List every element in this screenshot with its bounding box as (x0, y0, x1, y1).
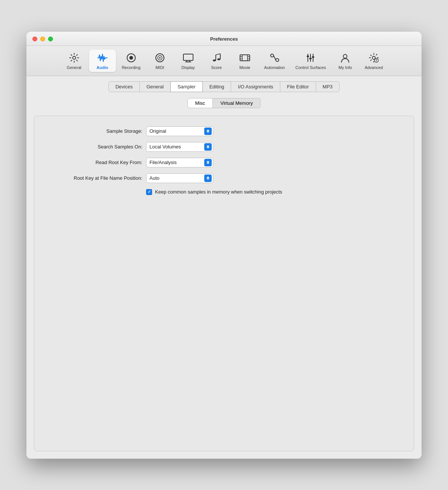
toolbar-item-automation[interactable]: Automation (260, 50, 290, 72)
root-key-position-label: Root Key at File Name Position: (45, 175, 142, 181)
inner-tabs: Misc Virtual Memory (34, 98, 414, 108)
sliders-icon (305, 52, 316, 64)
search-samples-label: Search Samples On: (45, 144, 142, 150)
close-button[interactable] (32, 37, 37, 41)
svg-rect-28 (307, 56, 309, 57)
titlebar: Preferences (26, 32, 422, 46)
toolbar-label-midi: MIDI (155, 65, 164, 70)
svg-point-10 (213, 59, 216, 61)
svg-point-11 (217, 58, 220, 60)
midi-icon (154, 52, 166, 64)
svg-point-0 (73, 56, 76, 59)
sample-storage-select[interactable]: Original Copy Link (146, 126, 213, 136)
read-root-key-select-wrapper: File/Analysis File Name Analysis Only (146, 158, 213, 167)
toolbar-label-audio: Audio (97, 65, 108, 70)
toolbar-label-advanced: Advanced (365, 65, 383, 70)
automation-icon (269, 52, 281, 64)
checkbox-check-icon: ✓ (148, 189, 151, 194)
preferences-window: Preferences General Audio (26, 32, 422, 459)
svg-point-32 (372, 56, 375, 59)
subtab-devices[interactable]: Devices (108, 81, 140, 92)
toolbar: General Audio Recording (26, 46, 422, 76)
root-key-position-select-wrapper: Auto 1 2 3 (146, 173, 213, 183)
toolbar-label-score: Score (211, 65, 222, 70)
search-samples-select[interactable]: Local Volumes All Volumes (146, 142, 213, 152)
svg-rect-30 (312, 56, 314, 58)
toolbar-label-automation: Automation (264, 65, 285, 70)
main-content: Misc Virtual Memory Sample Storage: Orig… (26, 92, 422, 459)
svg-point-2 (129, 56, 133, 60)
toolbar-item-movie[interactable]: Movie (231, 50, 258, 72)
inner-tab-misc[interactable]: Misc (187, 98, 213, 108)
inner-tab-virtual-memory[interactable]: Virtual Memory (212, 98, 261, 108)
toolbar-item-score[interactable]: Score (203, 50, 230, 72)
toolbar-item-audio[interactable]: Audio (89, 50, 116, 72)
toolbar-label-general: General (67, 65, 81, 70)
keep-samples-checkbox[interactable]: ✓ (146, 189, 152, 195)
toolbar-label-recording: Recording (122, 65, 141, 70)
toolbar-item-general[interactable]: General (61, 50, 88, 72)
movie-icon (239, 52, 251, 64)
svg-point-23 (276, 59, 279, 62)
toolbar-item-midi[interactable]: MIDI (146, 50, 173, 72)
record-icon (125, 52, 137, 64)
root-key-position-row: Root Key at File Name Position: Auto 1 2… (45, 173, 403, 183)
svg-rect-15 (240, 55, 250, 61)
svg-rect-29 (309, 58, 312, 59)
svg-line-14 (216, 54, 220, 55)
toolbar-item-display[interactable]: Display (175, 50, 202, 72)
search-samples-select-wrapper: Local Volumes All Volumes (146, 142, 213, 152)
subtab-general[interactable]: General (139, 81, 171, 92)
toolbar-label-control-surfaces: Control Surfaces (295, 65, 326, 70)
traffic-lights (32, 37, 53, 41)
toolbar-label-display: Display (182, 65, 195, 70)
toolbar-item-advanced[interactable]: Advanced (360, 50, 387, 72)
svg-line-24 (274, 56, 276, 60)
gear-advanced-icon (368, 52, 380, 64)
svg-point-22 (271, 54, 274, 57)
sample-storage-label: Sample Storage: (45, 128, 142, 134)
toolbar-item-control-surfaces[interactable]: Control Surfaces (291, 50, 330, 72)
minimize-button[interactable] (40, 37, 45, 41)
maximize-button[interactable] (48, 37, 53, 41)
read-root-key-label: Read Root Key From: (45, 160, 142, 165)
settings-panel: Sample Storage: Original Copy Link Searc… (34, 116, 414, 451)
waveform-icon (97, 52, 108, 64)
toolbar-item-recording[interactable]: Recording (117, 50, 145, 72)
subtab-editing[interactable]: Editing (202, 81, 231, 92)
subtab-io-assignments[interactable]: I/O Assignments (231, 81, 280, 92)
read-root-key-select[interactable]: File/Analysis File Name Analysis Only (146, 158, 213, 167)
subtab-mp3[interactable]: MP3 (316, 81, 340, 92)
toolbar-item-my-info[interactable]: My Info (332, 50, 359, 72)
read-root-key-row: Read Root Key From: File/Analysis File N… (45, 158, 403, 167)
score-icon (211, 52, 223, 64)
window-title: Preferences (210, 36, 238, 42)
search-samples-row: Search Samples On: Local Volumes All Vol… (45, 142, 403, 152)
toolbar-label-movie: Movie (239, 65, 250, 70)
subtab-sampler[interactable]: Sampler (170, 81, 202, 92)
person-icon (339, 52, 351, 64)
display-icon (182, 52, 194, 64)
keep-samples-label: Keep common samples in memory when switc… (155, 189, 282, 195)
svg-point-5 (159, 57, 161, 59)
subtabs: Devices General Sampler Editing I/O Assi… (26, 76, 422, 92)
gear-icon (68, 52, 80, 64)
svg-point-31 (343, 54, 347, 58)
sample-storage-row: Sample Storage: Original Copy Link (45, 126, 403, 136)
root-key-position-select[interactable]: Auto 1 2 3 (146, 173, 213, 183)
toolbar-label-my-info: My Info (338, 65, 352, 70)
svg-rect-6 (183, 54, 193, 60)
sample-storage-select-wrapper: Original Copy Link (146, 126, 213, 136)
subtab-file-editor[interactable]: File Editor (280, 81, 316, 92)
keep-samples-row: ✓ Keep common samples in memory when swi… (146, 189, 403, 195)
